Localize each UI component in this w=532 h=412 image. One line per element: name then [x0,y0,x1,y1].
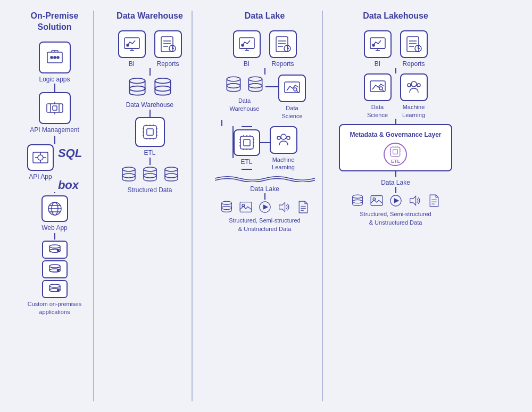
lake-science-icon [282,79,302,98]
dw-vline-1 [149,68,151,76]
v-branch-line [54,136,55,144]
lake-dt-img [238,200,253,215]
svg-point-146 [352,195,362,198]
svg-rect-39 [161,37,173,52]
col-onprem: On-PremiseSolution Logic app [5,11,98,316]
logic-apps-label: Logic apps [39,76,70,84]
svg-point-100 [277,136,280,139]
svg-point-62 [122,167,135,171]
web-app-label: Web App [41,224,67,233]
lh-science-icon [368,78,387,97]
dw-reports-node: Reports [154,30,182,69]
lake-vline-1 [264,68,265,75]
svg-point-63 [122,174,135,178]
svg-rect-49 [147,129,153,135]
web-app-row: Web App [12,193,97,233]
lh-dt-doc [427,193,442,208]
onprem-tree: Logic apps API Management [12,42,97,316]
dw-bi-node: BI [118,30,146,69]
lake-etl-branch: ETL [232,126,260,170]
svg-point-147 [352,200,362,203]
dw-etl-label: ETL [144,149,155,158]
dw-bi-label: BI [129,60,135,69]
lh-bi-label: BI [375,60,380,69]
lh-dt-db [350,193,365,208]
svg-marker-109 [263,205,268,210]
lake-dw-science-row: DataWarehouse DataScience [202,75,327,120]
etl-bottom-bar [242,169,252,170]
dw-etl-icon-box [135,117,165,147]
dw-db-icon-2 [151,76,174,99]
lake-bi-reports-row: BI Reports [233,30,297,69]
lake-data-types-label: Structured, Semi-structured& Unstructure… [229,217,301,233]
svg-point-64 [144,167,156,171]
dw-bi-icon [122,35,142,54]
svg-rect-133 [393,149,398,154]
lake-vline-3 [264,193,265,200]
storage-2-icon [48,264,62,275]
lh-ml-icon-box [400,73,428,101]
lake-ml-icon-box [270,126,297,154]
api-mgmt-icon-box [39,92,71,124]
lake-title: Data Lake [245,11,285,22]
svg-rect-86 [244,139,250,146]
svg-point-47 [155,86,170,92]
lake-dw-icons [223,75,265,95]
lh-bi-reports-row: BI Reports [364,30,428,69]
lake-inner: BI Reports [202,30,327,233]
col-warehouse: Data Warehouse BI [98,11,197,194]
lake-dw-node: DataWarehouse [223,75,265,112]
lake-science-node: DataScience [278,75,306,120]
etl-inner: ETL [234,126,260,170]
svg-rect-8 [47,104,63,112]
api-mgmt-label: API Management [30,126,79,135]
lake-etl-icon-box [234,129,260,156]
lake-dt-audio [277,200,292,215]
lake-ml-label: MachineLearning [272,156,295,171]
middle-section: API App SQL box [12,136,97,316]
lh-meta-box: Metadata & Governance Layer [339,124,452,171]
lake-reports-node: Reports [269,30,297,69]
api-mgmt-icon [45,98,64,118]
svg-rect-106 [240,202,252,212]
lake-reports-label: Reports [271,60,294,69]
storage-1-icon [48,244,62,255]
dw-structured-icon-2 [140,165,160,184]
divider-3 [322,11,323,401]
lake-etl-icon [237,133,256,152]
lh-ml-label: MachineLearning [402,103,425,119]
lake-reports-icon [273,35,293,54]
svg-rect-73 [276,37,288,52]
lh-ml-icon [404,78,423,97]
lake-etl-label: ETL [240,158,252,167]
dw-structured-label: Structured Data [127,186,172,195]
lake-etl-bracket: ETL [232,126,260,170]
web-app-node: Web App [41,195,68,233]
lake-data-types-row [219,200,311,215]
api-app-node: API App [27,144,54,182]
lh-dt-img [369,193,384,208]
svg-line-103 [285,138,287,138]
svg-point-105 [221,207,231,210]
lake-h-connector [265,86,278,87]
dw-structured-icons [119,165,181,184]
lh-meta-label: Metadata & Governance Layer [350,130,441,139]
lake-ml-node: MachineLearning [270,126,297,171]
storage-3 [42,280,68,298]
diagram: On-PremiseSolution Logic app [0,0,532,412]
svg-point-81 [248,84,262,88]
api-app-label: API App [29,173,52,182]
lh-science-ml-row: DataScience MachineLearning [364,73,428,119]
lake-dt-doc [296,200,311,215]
svg-marker-152 [410,196,415,205]
lh-bi-icon-box [364,30,392,58]
warehouse-title: Data Warehouse [117,11,183,22]
lh-meta-container: Metadata & Governance Layer [339,124,452,171]
lh-vline-2 [395,119,396,124]
web-app-icon-box [41,195,68,222]
lake-bi-icon-box [233,30,261,58]
etl-top-bar [242,126,252,127]
lake-etl-ml-row: ETL [202,126,327,171]
dw-structured-icon-1 [119,165,138,184]
lh-science-label: DataScience [367,103,388,119]
